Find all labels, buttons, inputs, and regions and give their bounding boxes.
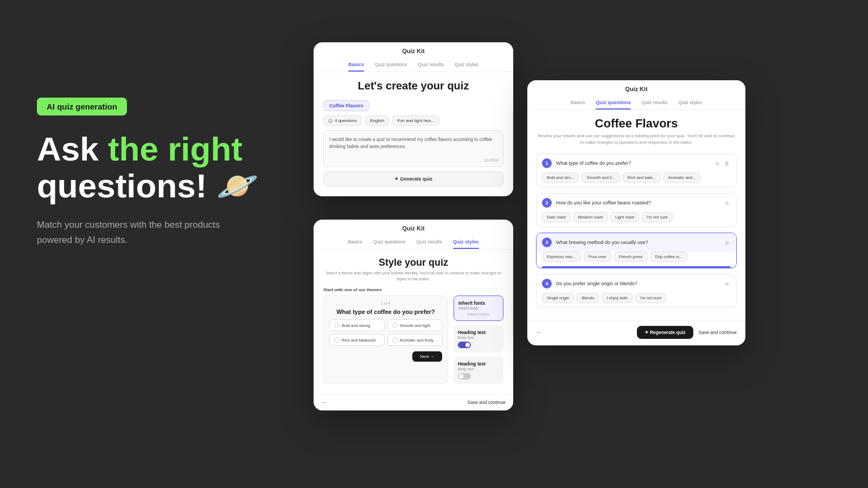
style-heading: Style your quiz [323,257,503,268]
q3-ans-4[interactable]: Drip coffee m... [650,252,688,262]
q4-icons: ⊕ [723,280,731,287]
q3-header: 3 What brewing method do you usually use… [537,233,736,252]
q4-num: 4 [542,279,552,288]
q1-ans-2[interactable]: Smooth and li... [582,172,620,183]
q1-ans-3[interactable]: Rich and bala... [623,172,661,183]
q4-ans-1[interactable]: Single origin [542,293,574,303]
card3-nav-basics[interactable]: Basics [571,100,585,110]
toggle-row-1 [458,342,499,348]
preview-opt-2[interactable]: Smooth and light [387,319,443,331]
card2-save-btn[interactable]: Save and continue [468,400,506,405]
q1-text: What type of coffee do you prefer? [556,160,709,166]
card2-body: Style your quiz Select a theme that alig… [314,249,513,394]
q2-settings-icon[interactable]: ⊕ [723,199,731,207]
tone-pill[interactable]: Fun and light hea... [392,115,439,126]
active-divider [542,266,731,268]
q2-ans-1[interactable]: Dark roast [542,212,571,222]
theme-inherit-fonts[interactable]: Inherit fonts Inherit fonts Inherit colo… [454,296,503,321]
card3-nav-styles[interactable]: Quiz styles [678,100,702,110]
q2-ans-4[interactable]: I'm not sure [642,212,673,222]
question-block-3: 3 What brewing method do you usually use… [536,233,737,268]
q3-text: What brewing method do you usually use? [556,240,719,245]
q1-ans-4[interactable]: Aromatic and... [663,172,700,183]
theme-heading-1[interactable]: Heading text Body text [454,325,503,352]
card1-nav-basics[interactable]: Basics [348,62,364,72]
question-block-4: 4 Do you prefer single origin or blends?… [536,274,737,308]
ai-badge[interactable]: AI quiz generation [37,98,127,115]
create-quiz-card: Quiz Kit Basics Quiz questions Quiz resu… [314,42,513,196]
toggle-2[interactable] [458,373,471,380]
card3-nav-results[interactable]: Quiz results [642,100,668,110]
subtext: Match your customers with the best produ… [37,217,232,247]
card3-nav-questions[interactable]: Quiz questions [596,100,631,110]
card3-back-btn[interactable]: ← [536,329,542,336]
language-label: English [370,118,384,123]
q1-settings-icon[interactable]: ⊕ [713,159,721,167]
card3-sub: Review your results and use our suggesti… [536,133,737,146]
q3-num: 3 [542,237,552,247]
theme1-preview: Inherit colors [458,312,499,316]
theme1-sub: Inherit fonts [458,306,499,310]
preview-num: 1 of 4 [329,301,442,305]
preview-options: Bold and strong Smooth and light Rich an… [329,319,442,346]
preview-opt-3[interactable]: Rich and balanced [329,334,385,346]
left-section: AI quiz generation Ask the right questio… [37,98,270,247]
svg-text:⊕: ⊕ [330,120,331,123]
style-content: 1 of 4 What type of coffee do you prefer… [323,296,503,384]
card2-nav: Basics Quiz questions Quiz results Quiz … [314,233,513,249]
q3-ans-2[interactable]: Pour-over [584,252,611,262]
headline-part2: questions! 🪐 [37,167,258,204]
card2-nav-basics[interactable]: Basics [348,239,362,249]
topic-tag[interactable]: Coffee Flavors [323,100,369,111]
quiz-preview-panel: 1 of 4 What type of coffee do you prefer… [323,296,448,384]
q2-icons: ⊕ [723,199,731,207]
q1-delete-icon[interactable]: 🗑 [723,159,731,167]
preview-question: What type of coffee do you prefer? [329,309,442,315]
headline-highlight: the right [108,130,242,168]
q4-ans-4[interactable]: I'm not sure [635,293,666,303]
q4-settings-icon[interactable]: ⊕ [723,280,731,287]
regenerate-quiz-button[interactable]: ✦ Regenerate quiz [637,326,693,339]
card1-heading: Let's create your quiz [323,80,503,92]
card2-title: Quiz Kit [314,220,513,233]
theme3-title: Heading text [458,361,499,367]
quiz-questions-card: Quiz Kit Basics Quiz questions Quiz resu… [527,80,745,345]
theme2-sub: Body text [458,336,499,339]
q3-ans-3[interactable]: French press [614,252,648,262]
card1-nav-questions[interactable]: Quiz questions [375,62,407,72]
theme2-title: Heading text [458,330,499,335]
q1-ans-1[interactable]: Bold and stro... [542,172,579,183]
card2-nav-results[interactable]: Quiz results [417,239,443,249]
q3-answers: Espresso mac... Pour-over French press D… [537,252,736,266]
card3-save-btn[interactable]: Save and continue [699,330,737,335]
prompt-textarea[interactable]: I would like to create a quiz to recomme… [323,130,503,167]
card1-nav-results[interactable]: Quiz results [418,62,444,72]
q4-ans-3[interactable]: I enjoy both [602,293,633,303]
q2-num: 2 [542,198,552,208]
questions-count-pill[interactable]: ⊕ 4 questions [323,115,362,126]
preview-opt-4[interactable]: Aromatic and fruity [387,334,443,346]
theme-heading-2[interactable]: Heading text Body text [454,357,503,384]
q4-ans-2[interactable]: Blends [577,293,599,303]
generate-quiz-button[interactable]: ✦ Generate quiz [323,171,503,187]
toggle-1[interactable] [458,342,471,348]
char-count: 119/500 [484,157,499,163]
preview-opt-1[interactable]: Bold and strong [329,319,385,331]
language-pill[interactable]: English [365,115,389,126]
card1-body: Let's create your quiz Coffee Flavors ⊕ … [314,72,513,196]
q3-ans-1[interactable]: Espresso mac... [542,252,581,262]
card1-nav-styles[interactable]: Quiz styles [455,62,478,72]
preview-next-btn[interactable]: Next → [412,351,442,362]
q2-ans-2[interactable]: Medium roast [573,212,608,222]
themes-panel: Inherit fonts Inherit fonts Inherit colo… [454,296,503,384]
card1-title: Quiz Kit [314,42,513,55]
card1-nav: Basics Quiz questions Quiz results Quiz … [314,55,513,72]
q2-header: 2 How do you like your coffee beans roas… [537,194,736,212]
card2-footer: ← Save and continue [314,394,513,410]
q2-ans-3[interactable]: Light roast [610,212,639,222]
question-block-1: 1 What type of coffee do you prefer? ⊕ 🗑… [536,153,737,188]
card2-nav-questions[interactable]: Quiz questions [373,239,406,249]
q3-settings-icon[interactable]: ⊕ [723,239,731,246]
card2-nav-styles[interactable]: Quiz styles [453,239,479,249]
card2-back-btn[interactable]: ← [321,399,328,406]
